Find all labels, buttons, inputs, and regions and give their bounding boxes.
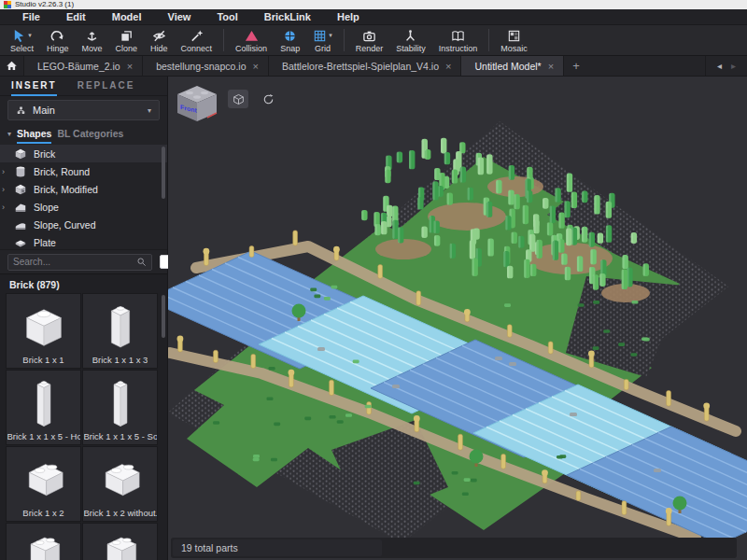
- part-item[interactable]: Brick 1 x 2 without...: [82, 446, 158, 522]
- menu-model[interactable]: Model: [99, 9, 155, 25]
- grid-icon: [313, 29, 327, 43]
- tab-scroll-left-icon[interactable]: ◂: [717, 61, 722, 71]
- collision-button[interactable]: Collision: [229, 25, 274, 55]
- part-item[interactable]: Brick 1 x 2 x 2 wit...: [82, 523, 158, 560]
- menu-help[interactable]: Help: [324, 9, 373, 25]
- tab-1[interactable]: LEGO-Bäume_2.io×: [24, 56, 143, 76]
- part-item[interactable]: Brick 1 x 1 x 3: [82, 293, 158, 369]
- tab-label: bestellung-snapco.io: [156, 61, 246, 72]
- close-icon[interactable]: ×: [252, 62, 258, 71]
- category-label: Slope: [34, 202, 59, 213]
- part-label: Brick 1 x 1: [22, 355, 63, 365]
- box-icon: [233, 93, 245, 105]
- move-button[interactable]: Move: [76, 25, 109, 55]
- category-item-slope-curved[interactable]: Slope, Curved: [0, 216, 167, 233]
- grid-button[interactable]: ▾Grid: [306, 25, 339, 55]
- collapse-caret-icon[interactable]: ▾: [7, 130, 11, 138]
- instruction-button[interactable]: Instruction: [432, 25, 485, 55]
- toolbar-separator: [344, 29, 345, 51]
- studio-logo-icon: [4, 1, 11, 8]
- chevron-down-icon: ▾: [329, 33, 332, 38]
- category-label: Plate: [34, 237, 56, 248]
- model-dropdown-value: Main: [33, 105, 141, 116]
- category-item-brick-round[interactable]: ›Brick, Round: [0, 162, 167, 180]
- close-icon[interactable]: ×: [548, 62, 554, 71]
- close-icon[interactable]: ×: [445, 62, 451, 71]
- reset-view-icon: [262, 93, 275, 105]
- total-parts-status: 19 total parts: [173, 539, 382, 556]
- parts-scrollbar[interactable]: [162, 295, 165, 338]
- part-item[interactable]: Brick 1 x 1 x 5 - Ho...: [6, 370, 81, 445]
- close-icon[interactable]: ×: [127, 62, 133, 71]
- tab-2[interactable]: bestellung-snapco.io×: [143, 56, 269, 76]
- mode-tab-insert[interactable]: INSERT: [11, 77, 57, 95]
- slopec-category-icon: [14, 218, 27, 231]
- shape-tab-bl-categories[interactable]: BL Categories: [57, 125, 123, 143]
- mode-tab-replace[interactable]: REPLACE: [78, 77, 135, 95]
- viewport-tools: Front: [176, 84, 278, 123]
- search-row: [0, 249, 167, 273]
- connect-button[interactable]: Connect: [175, 25, 219, 55]
- tab-4[interactable]: Untitled Model*×: [461, 56, 564, 76]
- category-scrollbar[interactable]: [162, 147, 165, 199]
- reset-view-button[interactable]: [258, 90, 278, 108]
- menu-bricklink[interactable]: BrickLink: [251, 9, 324, 25]
- tab-scroll-nav: ◂ ▸: [705, 56, 747, 76]
- stability-label: Stability: [396, 44, 426, 53]
- part-thumbnail: [94, 301, 147, 354]
- shape-category-tabs: ▾ ShapesBL Categories: [0, 124, 167, 143]
- tab-label: Battlelore-Brettspiel-Spielplan_V4.io: [282, 61, 439, 72]
- view-mode-button[interactable]: [228, 90, 248, 108]
- instruction-label: Instruction: [439, 44, 478, 53]
- title-bar: Studio v2.26.3 (1): [0, 0, 747, 9]
- view-cube[interactable]: Front: [176, 84, 218, 123]
- snap-button[interactable]: Snap: [274, 25, 306, 55]
- clone-button[interactable]: Clone: [109, 25, 145, 55]
- expand-chevron-icon[interactable]: ›: [2, 203, 7, 212]
- category-item-plate[interactable]: Plate: [0, 233, 167, 249]
- part-item[interactable]: Brick 1 x 2 x 2 wit...: [6, 523, 81, 560]
- home-tab[interactable]: [0, 56, 24, 76]
- select-button[interactable]: ▾Select: [4, 25, 40, 55]
- render-icon: [362, 29, 376, 43]
- stability-button[interactable]: Stability: [389, 25, 432, 55]
- search-box: [7, 254, 152, 271]
- select-icon: [12, 29, 26, 43]
- new-tab-button[interactable]: +: [564, 56, 588, 76]
- viewport-canvas[interactable]: [168, 77, 747, 560]
- expand-chevron-icon[interactable]: ›: [2, 167, 7, 176]
- parts-count-header: Brick (879): [0, 274, 167, 293]
- part-thumbnail: [18, 531, 70, 560]
- model-dropdown[interactable]: Main ▾: [7, 100, 160, 120]
- render-label: Render: [356, 44, 384, 53]
- part-item[interactable]: Brick 1 x 1 x 5 - So...: [82, 370, 158, 445]
- move-icon: [85, 29, 99, 43]
- menu-edit[interactable]: Edit: [53, 9, 99, 25]
- mosaic-label: Mosaic: [500, 44, 528, 53]
- hinge-button[interactable]: Hinge: [40, 25, 76, 55]
- render-button[interactable]: Render: [349, 25, 390, 55]
- category-list: Brick›Brick, Round›Brick, Modified›Slope…: [0, 145, 167, 249]
- search-input[interactable]: [13, 257, 136, 267]
- menu-bar: FileEditModelViewToolBrickLinkHelp: [0, 9, 747, 25]
- status-bar: 19 total parts: [171, 538, 737, 558]
- shape-tab-shapes[interactable]: Shapes: [17, 125, 51, 143]
- expand-chevron-icon[interactable]: ›: [2, 185, 7, 194]
- hide-button[interactable]: Hide: [144, 25, 175, 55]
- hinge-icon: [50, 29, 64, 43]
- category-item-slope[interactable]: ›Slope: [0, 198, 167, 216]
- menu-tool[interactable]: Tool: [204, 9, 250, 25]
- clone-label: Clone: [116, 44, 138, 53]
- category-item-brick[interactable]: Brick: [0, 145, 167, 162]
- part-item[interactable]: Brick 1 x 2: [6, 446, 81, 522]
- home-icon: [6, 60, 18, 72]
- menu-file[interactable]: File: [9, 9, 53, 25]
- menu-view[interactable]: View: [155, 9, 204, 25]
- tab-3[interactable]: Battlelore-Brettspiel-Spielplan_V4.io×: [269, 56, 462, 76]
- part-item[interactable]: Brick 1 x 1: [6, 293, 81, 369]
- part-thumbnail: [94, 455, 147, 507]
- mosaic-button[interactable]: Mosaic: [494, 25, 534, 55]
- tab-scroll-right-icon[interactable]: ▸: [731, 61, 736, 71]
- category-item-brick-modified[interactable]: ›Brick, Modified: [0, 180, 167, 198]
- hinge-label: Hinge: [47, 44, 69, 53]
